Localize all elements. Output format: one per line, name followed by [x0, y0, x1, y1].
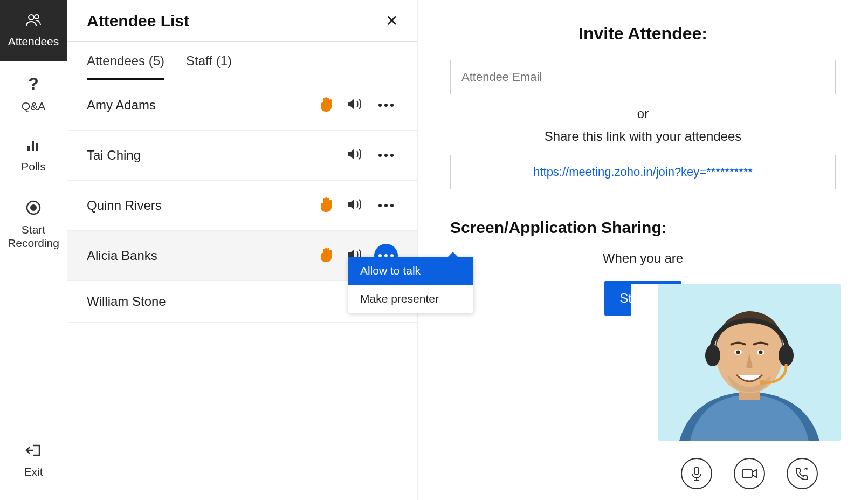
share-link[interactable]: https://meeting.zoho.in/join?key=*******… [533, 165, 753, 179]
more-button[interactable] [374, 194, 398, 217]
share-link-label: Share this link with your attendees [450, 129, 836, 144]
sidebar-label: Exit [24, 465, 43, 478]
video-overlay [631, 284, 868, 500]
svg-rect-20 [742, 470, 752, 477]
panel-header: Attendee List ✕ [67, 0, 417, 42]
sharing-title: Screen/Application Sharing: [450, 218, 836, 237]
sharing-desc: When you are [450, 251, 836, 266]
record-icon [26, 200, 41, 217]
panel-title: Attendee List [87, 12, 189, 30]
menu-allow-talk[interactable]: Allow to talk [348, 257, 473, 285]
presenter-video [658, 284, 841, 441]
close-icon[interactable]: ✕ [385, 13, 398, 29]
attendee-name: Quinn Rivers [87, 198, 320, 213]
context-menu: Allow to talk Make presenter [348, 257, 473, 313]
camera-icon [741, 468, 757, 480]
sidebar-label: Polls [21, 160, 46, 173]
svg-rect-2 [27, 146, 30, 151]
right-pane: Invite Attendee: or Share this link with… [418, 0, 868, 500]
speaker-icon[interactable] [346, 197, 362, 214]
or-text: or [450, 106, 836, 121]
attendee-name: Alicia Banks [87, 248, 320, 263]
svg-rect-19 [694, 467, 699, 475]
raised-hand-icon [320, 196, 334, 215]
sidebar-label: Q&A [22, 99, 45, 113]
invite-title: Invite Attendee: [450, 24, 836, 44]
presenter-avatar-icon [658, 284, 841, 441]
question-icon: ? [28, 74, 39, 94]
attendee-row: Amy Adams [67, 80, 417, 131]
exit-icon [25, 443, 42, 460]
svg-point-18 [759, 351, 763, 354]
video-controls [631, 451, 868, 500]
attendee-name: Tai Ching [87, 148, 320, 163]
menu-make-presenter[interactable]: Make presenter [348, 285, 473, 313]
raised-hand-icon [320, 246, 334, 265]
svg-rect-3 [32, 141, 34, 151]
phone-icon [795, 467, 809, 481]
svg-point-1 [35, 15, 39, 19]
more-button[interactable] [374, 93, 398, 117]
speaker-icon[interactable] [346, 147, 362, 163]
sidebar-item-exit[interactable]: Exit [0, 430, 67, 500]
sidebar-label: Start Recording [8, 223, 59, 250]
svg-point-6 [30, 204, 37, 211]
camera-button[interactable] [734, 458, 765, 489]
raised-hand-icon [320, 96, 334, 114]
sidebar-item-polls[interactable]: Polls [0, 126, 67, 187]
attendee-name: Amy Adams [87, 98, 320, 113]
call-button[interactable] [787, 458, 818, 489]
tabs: Attendees (5) Staff (1) [67, 42, 417, 80]
sidebar: Attendees ? Q&A Polls Start Recording Ex… [0, 0, 67, 500]
svg-point-0 [29, 15, 34, 20]
attendee-row: Tai Ching [67, 131, 417, 181]
sidebar-item-attendees[interactable]: Attendees [0, 0, 67, 61]
svg-point-17 [736, 351, 740, 354]
tab-attendees[interactable]: Attendees (5) [87, 42, 164, 80]
sidebar-label: Attendees [8, 35, 59, 48]
svg-rect-4 [36, 143, 38, 151]
attendee-row: Quinn Rivers [67, 181, 417, 231]
more-button[interactable] [374, 143, 398, 167]
speaker-icon[interactable] [346, 97, 362, 113]
attendee-panel: Attendee List ✕ Attendees (5) Staff (1) … [67, 0, 418, 500]
sidebar-item-recording[interactable]: Start Recording [0, 187, 67, 263]
people-icon [25, 13, 42, 29]
mic-button[interactable] [681, 458, 712, 489]
email-input[interactable] [450, 60, 836, 94]
sidebar-item-qa[interactable]: ? Q&A [0, 61, 67, 126]
tab-staff[interactable]: Staff (1) [186, 42, 232, 80]
mic-icon [690, 466, 703, 481]
bar-chart-icon [26, 139, 40, 154]
share-link-box: https://meeting.zoho.in/join?key=*******… [450, 155, 836, 189]
